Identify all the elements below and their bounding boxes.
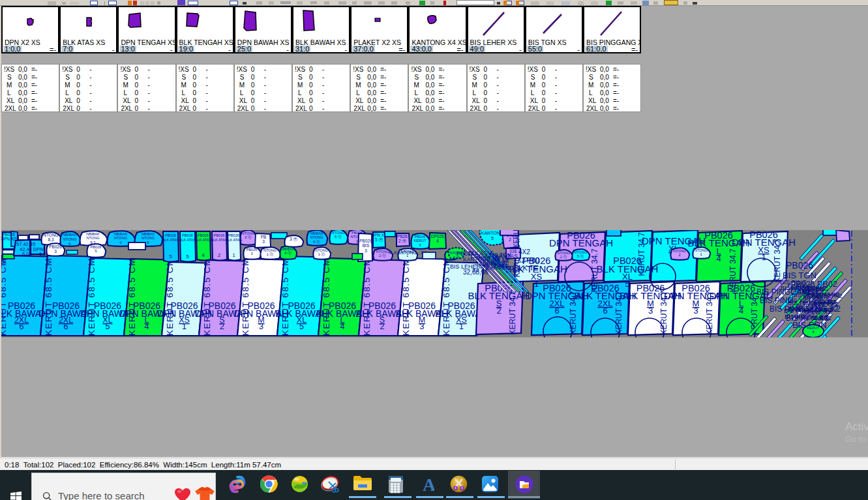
svg-text:3: 3: [54, 249, 57, 254]
svg-text:8,3: 8,3: [48, 237, 53, 242]
svg-text:NTONG: NTONG: [142, 236, 155, 240]
svg-text:1: 1: [534, 279, 539, 289]
svg-text:KERUT 68.5 CM: KERUT 68.5 CM: [322, 257, 331, 336]
svg-text:5 Ⓟ: 5 Ⓟ: [375, 237, 383, 242]
svg-text:NTONG: NTONG: [114, 236, 127, 240]
svg-text:KERUT 68.5 CM: KERUT 68.5 CM: [165, 257, 175, 336]
svg-text:NTONG: NTONG: [315, 248, 328, 252]
svg-text:6 Ⓟ: 6 Ⓟ: [313, 240, 320, 244]
svg-text:5: 5: [491, 236, 494, 241]
svg-text:2 Ⓟ: 2 Ⓟ: [398, 239, 406, 243]
svg-text:6: 6: [603, 306, 607, 316]
svg-text:PB026: PB026: [214, 233, 225, 237]
svg-text:NBIBAK: NBIBAK: [63, 233, 77, 237]
svg-text:BLK TE: BLK TE: [514, 264, 539, 272]
svg-text:2: 2: [509, 237, 511, 242]
svg-text:BIS: BIS: [363, 243, 370, 248]
svg-text:PB026: PB026: [198, 233, 209, 237]
svg-text:6: 6: [64, 322, 68, 331]
svg-text:6,08: 6,08: [22, 251, 32, 257]
svg-text:3: 3: [648, 306, 653, 316]
svg-text:NTONG: NTONG: [86, 236, 99, 240]
svg-text:NTONG: NTONG: [673, 249, 686, 253]
svg-text:4: 4: [202, 252, 204, 258]
svg-text:PB026: PB026: [359, 239, 372, 243]
svg-text:3: 3: [262, 239, 265, 244]
svg-text:1 Ⓟ: 1 Ⓟ: [318, 252, 325, 256]
svg-text:DPN X2: DPN X2: [1, 237, 16, 241]
svg-text:2: 2: [220, 322, 224, 331]
svg-text:PB026: PB026: [2, 232, 15, 237]
svg-text:PB026: PB026: [182, 233, 193, 237]
svg-text:BIS X2: BIS X2: [813, 315, 831, 321]
svg-text:4: 4: [716, 254, 721, 263]
svg-text:KERUT 34.7: KERUT 34.7: [513, 230, 520, 248]
svg-text:NTONG: NTONG: [376, 250, 389, 254]
svg-text:NBIBAK: NBIBAK: [310, 231, 323, 235]
svg-text:26: 26: [498, 263, 505, 270]
svg-text:1: 1: [182, 322, 187, 331]
svg-text:2 Ⓟ: 2 Ⓟ: [560, 255, 567, 259]
svg-text:2: 2: [356, 239, 358, 243]
svg-text:2: 2: [218, 252, 220, 258]
svg-text:4: 4: [739, 306, 743, 316]
svg-text:3: 3: [693, 306, 698, 316]
svg-text:BLK ATAS: BLK ATAS: [179, 238, 196, 242]
svg-text:K..KANTONG...X4: K..KANTONG...X4: [389, 250, 427, 255]
svg-text:KERUT: KERUT: [414, 239, 427, 243]
svg-text:KERUT 34.7: KERUT 34.7: [773, 239, 782, 282]
svg-text:5: 5: [299, 322, 304, 331]
svg-text:KERUT 68.5 CM: KERUT 68.5 CM: [127, 257, 137, 336]
svg-text:1: 1: [700, 252, 702, 256]
svg-text:PB026: PB026: [91, 245, 102, 249]
svg-text:3: 3: [259, 322, 263, 331]
svg-text:3: 3: [420, 322, 425, 331]
svg-text:PB: PB: [261, 235, 267, 239]
svg-text:KERUT 68.5 CM: KERUT 68.5 CM: [401, 257, 411, 336]
svg-text:GANG X2: GANG X2: [813, 291, 839, 298]
svg-text:4: 4: [436, 239, 439, 243]
svg-text:PB026: PB026: [786, 260, 813, 271]
svg-text:4: 4: [340, 322, 345, 331]
svg-text:5: 5: [95, 249, 97, 253]
svg-text:4: 4: [145, 322, 149, 331]
svg-text:6: 6: [119, 241, 121, 244]
svg-text:4: 4: [812, 330, 814, 334]
svg-text:NTONG: NTONG: [263, 248, 277, 252]
svg-text:KANT: KANT: [496, 253, 511, 259]
svg-text:NTONG: NTONG: [310, 235, 323, 239]
svg-text:KERUT 68.5 CM: KERUT 68.5 CM: [0, 257, 8, 336]
svg-text:5: 5: [169, 254, 172, 259]
svg-text:2: 2: [678, 253, 680, 257]
svg-text:PB26: PB26: [397, 234, 408, 239]
svg-text:4 Ⓟ: 4 Ⓟ: [284, 251, 292, 255]
svg-text:PB026: PB026: [415, 235, 426, 239]
svg-text:BLK ATAS: BLK ATAS: [468, 250, 494, 256]
svg-text:1: 1: [459, 322, 464, 331]
svg-text:NTONG: NTONG: [63, 237, 77, 241]
svg-text:1: 1: [232, 252, 235, 258]
svg-text:KERUT 68.5 CM: KERUT 68.5 CM: [202, 257, 212, 336]
svg-text:8: 8: [147, 241, 149, 244]
svg-text:KERUT 68.5 CM: KERUT 68.5 CM: [44, 257, 53, 336]
svg-text:X2 PB0: X2 PB0: [517, 257, 539, 264]
svg-text:NTONG: NTONG: [695, 248, 708, 252]
svg-text:3: 3: [365, 248, 367, 253]
svg-text:NBIBAK: NBIBAK: [86, 232, 100, 236]
svg-text:5: 5: [106, 322, 110, 331]
svg-text:A: A: [423, 475, 436, 493]
svg-text:KERUT: KERUT: [807, 326, 820, 330]
svg-text:BLK ATAS: BLK ATAS: [226, 238, 243, 242]
svg-text:PB026: PB026: [49, 244, 62, 249]
svg-text:2: 2: [380, 322, 385, 331]
svg-text:5: 5: [186, 254, 188, 259]
svg-text:PB026: PB026: [247, 248, 258, 252]
svg-text:PB026: PB026: [165, 233, 176, 237]
svg-text:1: 1: [761, 252, 766, 262]
svg-text:3: 3: [419, 243, 421, 247]
svg-text:KERUT 68.5 CM: KERUT 68.5 CM: [241, 257, 250, 336]
svg-text:6: 6: [20, 322, 24, 331]
svg-text:6 Ⓟ: 6 Ⓟ: [335, 235, 342, 239]
svg-text:KERUT 34.7: KERUT 34.7: [508, 291, 517, 334]
svg-text:5 Ⓟ: 5 Ⓟ: [577, 254, 584, 258]
